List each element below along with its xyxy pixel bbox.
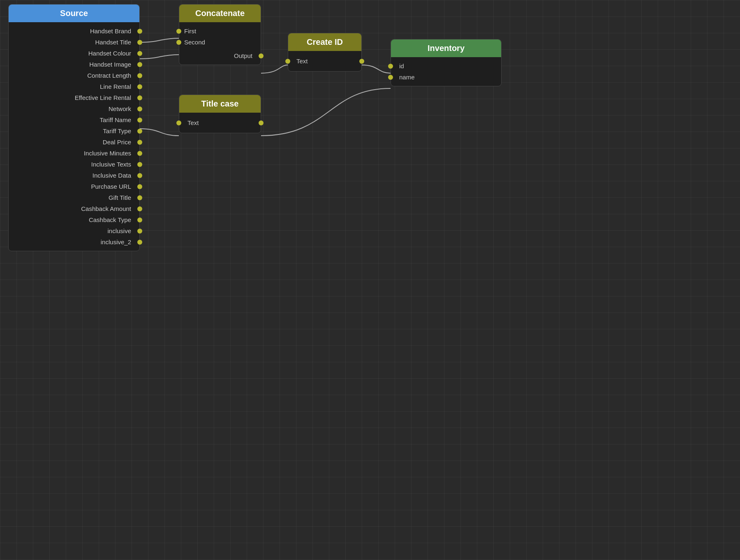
source-field-label: Tariff Type	[103, 127, 131, 134]
source-field-port[interactable]	[137, 195, 142, 200]
source-field-row: Handset Image	[9, 59, 139, 70]
source-field-label: Cashback Amount	[81, 205, 131, 212]
source-field-label: Purchase URL	[91, 183, 131, 190]
source-field-port[interactable]	[137, 84, 142, 89]
source-field-port[interactable]	[137, 95, 142, 100]
titlecase-node[interactable]: Title case Text	[179, 95, 261, 133]
concat-second-port-in[interactable]	[176, 40, 181, 45]
source-field-port[interactable]	[137, 218, 142, 222]
source-field-label: Tariff Name	[100, 116, 131, 123]
titlecase-text-port-in[interactable]	[176, 120, 181, 125]
source-field-label: Handset Title	[95, 39, 131, 46]
concat-output-port[interactable]	[259, 53, 264, 58]
source-field-label: Inclusive Data	[92, 172, 131, 179]
source-field-label: Handset Brand	[90, 28, 131, 35]
concatenate-header: Concatenate	[179, 5, 261, 22]
source-field-row: Cashback Type	[9, 214, 139, 225]
source-field-label: inclusive	[107, 227, 131, 234]
createid-body: Text	[288, 51, 361, 71]
source-field-row: Gift Title	[9, 192, 139, 203]
source-field-port[interactable]	[137, 162, 142, 167]
source-field-port[interactable]	[137, 51, 142, 56]
titlecase-text-port-out[interactable]	[259, 120, 264, 125]
source-field-row: Inclusive Minutes	[9, 148, 139, 159]
inventory-node[interactable]: Inventory id name	[391, 39, 502, 86]
inventory-header: Inventory	[391, 39, 501, 57]
source-field-label: Handset Colour	[88, 50, 131, 57]
source-field-row: Cashback Amount	[9, 203, 139, 214]
source-field-label: Handset Image	[89, 61, 131, 68]
source-field-port[interactable]	[137, 140, 142, 145]
source-field-row: Network	[9, 103, 139, 114]
source-field-port[interactable]	[137, 118, 142, 123]
source-body: Handset BrandHandset TitleHandset Colour…	[9, 22, 139, 251]
concat-first-port-in[interactable]	[176, 29, 181, 34]
createid-text-row: Text	[288, 54, 361, 68]
concatenate-node[interactable]: Concatenate First Second Output	[179, 4, 261, 65]
source-field-port[interactable]	[137, 40, 142, 45]
source-field-label: Effective Line Rental	[75, 94, 131, 101]
source-field-label: Deal Price	[103, 139, 131, 146]
source-field-row: Line Rental	[9, 81, 139, 92]
concat-second-label: Second	[184, 39, 205, 46]
createid-node[interactable]: Create ID Text	[288, 33, 362, 72]
source-field-port[interactable]	[137, 62, 142, 67]
concat-first-row: First	[179, 25, 261, 37]
source-field-label: Network	[109, 105, 131, 112]
connection-createid-inventory-id	[362, 65, 391, 73]
inventory-name-port[interactable]	[388, 75, 393, 80]
source-field-row: Tariff Type	[9, 125, 139, 137]
source-field-port[interactable]	[137, 73, 142, 78]
source-field-row: Handset Brand	[9, 25, 139, 37]
connection-linerental-titlecase	[140, 129, 179, 136]
source-field-row: Handset Colour	[9, 48, 139, 59]
source-field-port[interactable]	[137, 106, 142, 111]
source-field-row: Inclusive Data	[9, 170, 139, 181]
inventory-name-label: name	[399, 74, 415, 81]
createid-text-port-in[interactable]	[285, 59, 290, 64]
titlecase-header: Title case	[179, 95, 261, 113]
source-field-port[interactable]	[137, 206, 142, 211]
titlecase-body: Text	[179, 113, 261, 133]
inventory-body: id name	[391, 57, 501, 86]
concat-output-label: Output	[234, 52, 252, 59]
source-field-port[interactable]	[137, 240, 142, 245]
source-field-row: inclusive	[9, 225, 139, 236]
titlecase-text-row: Text	[179, 116, 261, 130]
source-field-port[interactable]	[137, 173, 142, 178]
source-node[interactable]: Source Handset BrandHandset TitleHandset…	[8, 4, 140, 251]
source-field-port[interactable]	[137, 129, 142, 134]
createid-text-label: Text	[296, 58, 308, 65]
concat-second-row: Second	[179, 37, 261, 48]
createid-header: Create ID	[288, 33, 361, 51]
inventory-id-row: id	[391, 60, 501, 72]
source-field-row: Deal Price	[9, 137, 139, 148]
source-field-row: inclusive_2	[9, 236, 139, 248]
source-field-label: Cashback Type	[89, 216, 131, 223]
connection-title-second	[140, 55, 179, 59]
source-field-port[interactable]	[137, 229, 142, 234]
source-field-label: Contract Length	[87, 72, 131, 79]
source-field-row: Tariff Name	[9, 114, 139, 125]
inventory-id-port[interactable]	[388, 64, 393, 69]
source-field-port[interactable]	[137, 151, 142, 156]
source-field-row: Handset Title	[9, 37, 139, 48]
source-field-label: Gift Title	[109, 194, 131, 201]
concat-output-row: Output	[179, 50, 261, 61]
connection-concat-createid	[261, 65, 288, 73]
source-header: Source	[9, 5, 139, 22]
source-field-label: inclusive_2	[101, 238, 131, 245]
source-field-label: Inclusive Minutes	[84, 150, 131, 157]
source-field-row: Contract Length	[9, 70, 139, 81]
concatenate-body: First Second Output	[179, 22, 261, 65]
source-field-row: Purchase URL	[9, 181, 139, 192]
titlecase-text-label: Text	[187, 119, 199, 126]
source-field-label: Line Rental	[100, 83, 131, 90]
source-field-label: Inclusive Texts	[91, 161, 131, 168]
createid-text-port-out[interactable]	[359, 59, 364, 64]
source-field-row: Inclusive Texts	[9, 159, 139, 170]
source-field-port[interactable]	[137, 29, 142, 34]
concat-first-label: First	[184, 28, 196, 35]
source-field-row: Effective Line Rental	[9, 92, 139, 103]
source-field-port[interactable]	[137, 184, 142, 189]
